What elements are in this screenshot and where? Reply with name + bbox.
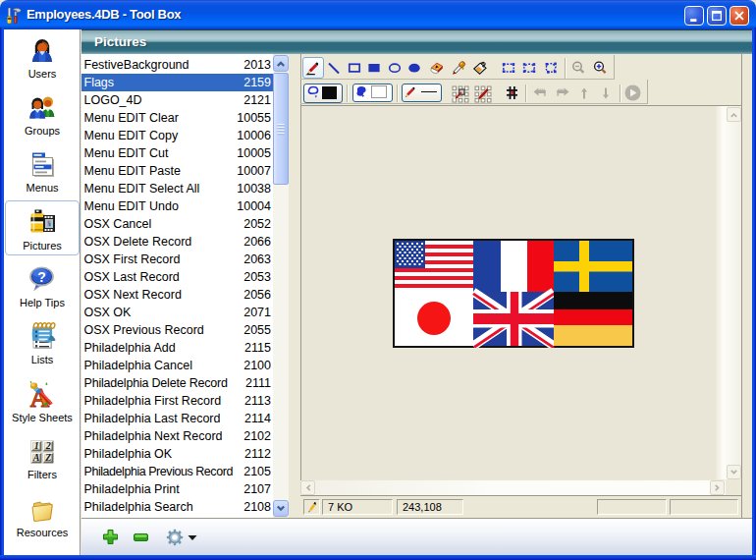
svg-text:?: ? [37,269,46,285]
svg-text:A: A [32,452,40,463]
svg-text:2: 2 [45,440,51,451]
svg-text:1: 1 [34,440,39,451]
svg-text:Z: Z [44,452,51,463]
